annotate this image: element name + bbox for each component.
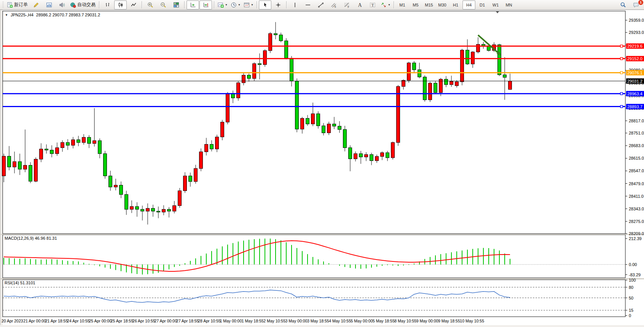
price-axis-label: 28547.0 (629, 168, 644, 173)
candle-body (205, 144, 208, 152)
market-watch-button[interactable] (43, 0, 55, 10)
level-line-handle[interactable] (620, 72, 623, 74)
auto-scroll-button[interactable] (187, 0, 199, 10)
notifications-button[interactable]: 1 (630, 0, 642, 10)
chart-shift-button[interactable] (199, 0, 212, 10)
zoom-out-button[interactable] (157, 0, 169, 10)
level-line-handle[interactable] (620, 93, 623, 95)
templates-button[interactable]: ▾ (242, 0, 255, 10)
auto-trading-button[interactable]: 自动交易 (69, 0, 97, 10)
timeframe-button-d1[interactable]: D1 (476, 0, 489, 10)
timeframe-button-m30[interactable]: M30 (436, 0, 449, 10)
crosshair-icon (275, 2, 281, 8)
rsi-axis-label: 80 (629, 285, 633, 290)
candle-body (461, 50, 464, 82)
candle-body (173, 205, 176, 211)
candle-body (269, 34, 272, 51)
candle-body (391, 143, 395, 158)
timeframe-button-mn[interactable]: MN (502, 0, 515, 10)
new-order-button[interactable]: 新订单 (5, 0, 29, 10)
candlestick-chart-button[interactable] (114, 0, 127, 10)
notification-badge: 1 (638, 0, 644, 5)
timeframe-button-m5[interactable]: M5 (409, 0, 422, 10)
bar-chart-button[interactable] (101, 0, 114, 10)
timeframe-label: M5 (413, 3, 418, 7)
candle-body (34, 159, 38, 181)
candle-body (93, 141, 96, 143)
candle-body (40, 149, 43, 159)
timeframe-button-w1[interactable]: W1 (489, 0, 502, 10)
level-line-handle[interactable] (620, 106, 623, 108)
candle-body (258, 64, 261, 64)
cursor-button[interactable] (259, 0, 271, 10)
date-axis-label: 1 May 18:55 (242, 319, 264, 323)
candle-body (295, 81, 299, 129)
candle-body (146, 208, 150, 211)
panel-splitter[interactable] (0, 278, 644, 279)
candle-body (45, 149, 48, 150)
level-line-handle[interactable] (620, 58, 623, 60)
price-tag-label: 29219.6 (627, 44, 642, 48)
candle-body (109, 176, 112, 187)
tile-icon (173, 2, 179, 8)
zoom-out-icon (160, 2, 166, 8)
candles-icon (118, 2, 124, 8)
timeframe-button-m1[interactable]: M1 (396, 0, 409, 10)
rsi-panel[interactable] (3, 280, 625, 317)
price-chart-svg[interactable]: 29359.029293.029225.029157.029089.029021… (0, 0, 644, 327)
chevron-down-icon[interactable]: ▾ (251, 3, 253, 6)
candle-body (333, 124, 336, 126)
zoom-in-button[interactable] (144, 0, 156, 10)
level-line-handle[interactable] (620, 45, 623, 47)
svg-text:F: F (348, 5, 349, 8)
text-button[interactable]: A (353, 0, 366, 10)
indicators-button[interactable]: ▾ (216, 0, 229, 10)
horizontal-line-button[interactable] (301, 0, 314, 10)
trendline-button[interactable] (314, 0, 327, 10)
candle-body (503, 75, 507, 77)
macd-panel[interactable] (3, 235, 625, 278)
news-button[interactable] (56, 0, 68, 10)
fibonacci-button[interactable]: F (340, 0, 353, 10)
line-chart-button[interactable] (127, 0, 140, 10)
equidistant-channel-button[interactable]: E (327, 0, 340, 10)
line-icon (131, 2, 137, 8)
date-axis-label: 5 May 18:55 (373, 319, 395, 323)
timeframe-button-h4[interactable]: H4 (462, 0, 475, 10)
periods-button[interactable]: ▾ (229, 0, 242, 10)
date-axis-label: 10 May 10:55 (460, 319, 484, 323)
timeframe-button-m15[interactable]: M15 (422, 0, 435, 10)
macd-axis-label: -83.29 (629, 272, 641, 277)
candle-body (285, 41, 288, 58)
macd-axis-label: 0.00 (629, 262, 637, 267)
candle-body (24, 165, 27, 169)
candle-body (434, 83, 437, 93)
chevron-down-icon[interactable]: ▾ (388, 3, 390, 6)
candle-body (301, 119, 304, 129)
timeframe-label: H4 (466, 3, 472, 7)
vertical-line-button[interactable] (289, 0, 301, 10)
trendline-icon (318, 2, 324, 8)
candle-body (477, 44, 480, 52)
chevron-down-icon[interactable]: ▾ (225, 3, 227, 6)
candle-body (210, 144, 214, 149)
candle-body (88, 137, 91, 143)
arrows-button[interactable]: ▾ (379, 0, 392, 10)
timeframe-button-h1[interactable]: H1 (449, 0, 462, 10)
search-button[interactable] (617, 0, 629, 10)
tile-windows-button[interactable] (170, 0, 182, 10)
autoscroll-icon (190, 2, 196, 8)
fibo-icon: F (344, 2, 350, 8)
candle-body (120, 185, 123, 194)
price-axis-label: 29293.0 (629, 30, 644, 35)
timeframe-label: D1 (480, 3, 485, 7)
candle-body (418, 70, 421, 77)
svg-text:A: A (358, 2, 362, 8)
candle-body (167, 209, 171, 211)
styles-button[interactable] (30, 0, 42, 10)
chevron-down-icon[interactable]: ▾ (238, 3, 240, 6)
panel-splitter[interactable] (0, 234, 644, 235)
crosshair-button[interactable] (272, 0, 284, 10)
text-label-button[interactable]: T (366, 0, 379, 10)
date-axis-label: 8 May 10:55 (394, 319, 416, 323)
